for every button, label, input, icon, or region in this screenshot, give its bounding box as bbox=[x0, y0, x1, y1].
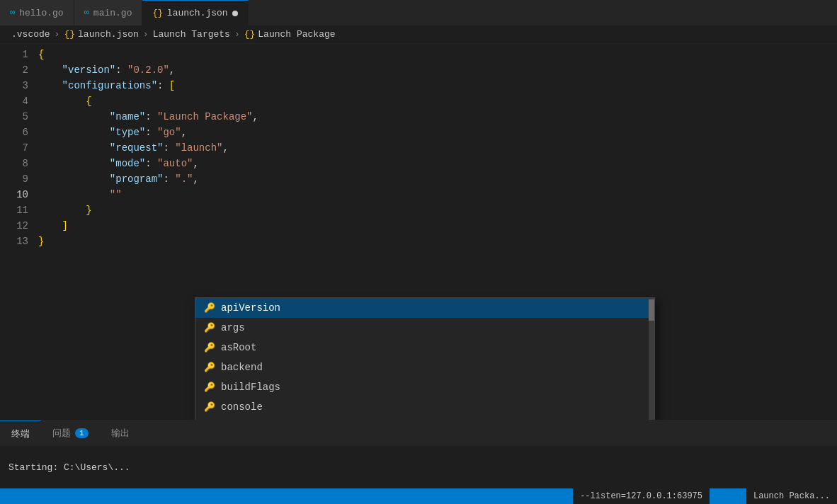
ln-5: 5 bbox=[0, 109, 28, 125]
code-line-6: "type": "go", bbox=[35, 125, 837, 140]
tab-main-go[interactable]: ∞ main.go bbox=[74, 0, 143, 25]
ln-9: 9 bbox=[0, 171, 28, 187]
output-tab-label: 输出 bbox=[111, 427, 130, 440]
json-icon-launch: {} bbox=[152, 8, 162, 18]
ln-12: 12 bbox=[0, 218, 28, 234]
tab-label-main-go: main.go bbox=[93, 8, 132, 18]
key-icon-buildFlags: 🔑 bbox=[204, 382, 215, 393]
code-line-13: } bbox=[35, 234, 837, 249]
key-icon-backend: 🔑 bbox=[204, 362, 215, 373]
go-icon-main: ∞ bbox=[84, 8, 89, 18]
autocomplete-item-console[interactable]: 🔑 console bbox=[195, 397, 654, 417]
autocomplete-item-apiVersion[interactable]: 🔑 apiVersion bbox=[195, 298, 654, 318]
bottom-tab-terminal[interactable]: 终端 bbox=[0, 420, 41, 446]
breadcrumb: .vscode › {} launch.json › Launch Target… bbox=[0, 25, 837, 44]
ln-7: 7 bbox=[0, 140, 28, 156]
key-icon-console: 🔑 bbox=[204, 401, 215, 413]
breadcrumb-launch-json[interactable]: launch.json bbox=[78, 29, 139, 40]
autocomplete-scrollbar[interactable] bbox=[649, 298, 654, 420]
ln-8: 8 bbox=[0, 156, 28, 171]
bottom-tab-problems[interactable]: 问题 1 bbox=[41, 420, 100, 446]
tab-label-hello-go: hello.go bbox=[19, 8, 63, 18]
tab-label-launch-json: launch.json bbox=[167, 8, 228, 18]
bottom-tab-bar: 终端 问题 1 输出 bbox=[0, 420, 837, 446]
key-icon-args: 🔑 bbox=[204, 322, 215, 333]
code-line-4: { bbox=[35, 93, 837, 109]
line-numbers: 1 2 3 4 5 6 7 8 9 10 11 12 13 bbox=[0, 44, 35, 420]
code-content[interactable]: { "version": "0.2.0", "configurations": … bbox=[35, 44, 837, 420]
code-line-5: "name": "Launch Package", bbox=[35, 109, 837, 125]
terminal-line-1: Starting: C:\Users\... bbox=[8, 462, 829, 473]
code-line-3: "configurations": [ bbox=[35, 78, 837, 93]
bottom-panel: 终端 问题 1 输出 Starting: C:\Users\... bbox=[0, 420, 837, 488]
status-launch-package[interactable]: Launch Packa... bbox=[746, 488, 837, 504]
bottom-tab-output[interactable]: 输出 bbox=[100, 420, 141, 446]
autocomplete-label-apiVersion: apiVersion bbox=[221, 302, 280, 314]
autocomplete-item-backend[interactable]: 🔑 backend bbox=[195, 357, 654, 377]
ln-3: 3 bbox=[0, 78, 28, 93]
code-line-1: { bbox=[35, 47, 837, 62]
autocomplete-label-asRoot: asRoot bbox=[221, 342, 256, 353]
go-icon-hello: ∞ bbox=[10, 8, 15, 18]
problems-badge: 1 bbox=[75, 428, 89, 438]
code-line-9: "program": ".", bbox=[35, 171, 837, 187]
terminal-content[interactable]: Starting: C:\Users\... bbox=[0, 446, 837, 488]
breadcrumb-brace-1: {} bbox=[64, 29, 75, 40]
code-line-12: ] bbox=[35, 218, 837, 234]
unsaved-dot bbox=[232, 11, 238, 16]
code-line-2: "version": "0.2.0", bbox=[35, 62, 837, 78]
autocomplete-label-args: args bbox=[221, 322, 245, 333]
status-bar: --listen=127.0.0.1:63975 Launch Packa... bbox=[0, 488, 837, 504]
tab-launch-json[interactable]: {} launch.json bbox=[142, 0, 248, 25]
autocomplete-item-asRoot[interactable]: 🔑 asRoot bbox=[195, 338, 654, 357]
code-line-10: "" bbox=[35, 187, 837, 202]
key-icon-apiVersion: 🔑 bbox=[204, 302, 215, 314]
status-listen-arg: --listen=127.0.0.1:63975 bbox=[573, 488, 710, 504]
autocomplete-item-coreFilePath[interactable]: 🔑 coreFilePath bbox=[195, 417, 654, 420]
autocomplete-item-buildFlags[interactable]: 🔑 buildFlags bbox=[195, 377, 654, 397]
code-line-7: "request": "launch", bbox=[35, 140, 837, 156]
code-line-8: "mode": "auto", bbox=[35, 156, 837, 171]
breadcrumb-sep-2: › bbox=[143, 29, 149, 40]
problems-tab-label: 问题 bbox=[52, 427, 71, 440]
tab-bar: ∞ hello.go ∞ main.go {} launch.json bbox=[0, 0, 837, 25]
breadcrumb-launch-package[interactable]: Launch Package bbox=[258, 29, 335, 40]
autocomplete-label-buildFlags: buildFlags bbox=[221, 382, 280, 393]
autocomplete-item-args[interactable]: 🔑 args bbox=[195, 318, 654, 338]
key-icon-asRoot: 🔑 bbox=[204, 342, 215, 353]
autocomplete-scrollbar-thumb bbox=[649, 299, 654, 321]
ln-10: 10 bbox=[0, 187, 28, 202]
tab-hello-go[interactable]: ∞ hello.go bbox=[0, 0, 74, 25]
breadcrumb-brace-2: {} bbox=[244, 29, 256, 40]
ln-11: 11 bbox=[0, 202, 28, 218]
ln-6: 6 bbox=[0, 125, 28, 140]
editor-area: 1 2 3 4 5 6 7 8 9 10 11 12 13 { "version… bbox=[0, 44, 837, 420]
ln-2: 2 bbox=[0, 62, 28, 78]
autocomplete-label-backend: backend bbox=[221, 362, 263, 373]
breadcrumb-vscode[interactable]: .vscode bbox=[11, 29, 50, 40]
terminal-tab-label: 终端 bbox=[11, 428, 30, 440]
breadcrumb-launch-targets[interactable]: Launch Targets bbox=[153, 29, 230, 40]
breadcrumb-sep-1: › bbox=[55, 29, 60, 40]
ln-1: 1 bbox=[0, 47, 28, 62]
ln-4: 4 bbox=[0, 93, 28, 109]
code-line-11: } bbox=[35, 202, 837, 218]
autocomplete-label-console: console bbox=[221, 401, 263, 413]
breadcrumb-sep-3: › bbox=[234, 29, 240, 40]
ln-13: 13 bbox=[0, 234, 28, 249]
autocomplete-dropdown: 🔑 apiVersion 🔑 args 🔑 asRoot 🔑 backend 🔑… bbox=[195, 297, 655, 420]
